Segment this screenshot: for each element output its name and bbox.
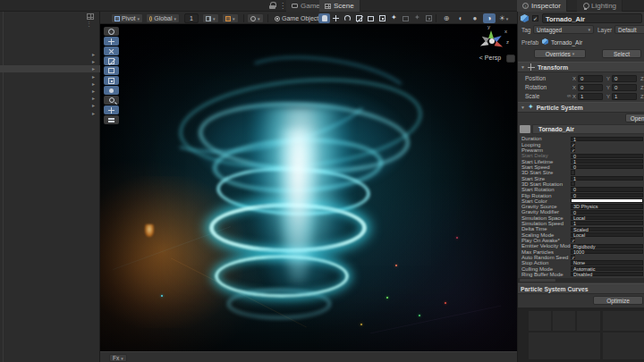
chevron-right-icon[interactable]: ▸ — [92, 73, 95, 80]
link-icon[interactable]: ∞ — [567, 93, 571, 98]
list-item[interactable]: ▸ — [0, 88, 100, 95]
property-dropdown[interactable]: Rigidbody — [571, 244, 643, 248]
particle-edit-tool-button[interactable] — [388, 13, 400, 23]
optimize-button[interactable]: Optimize — [593, 296, 643, 305]
foldout-arrow-icon[interactable]: ▼ — [521, 105, 525, 110]
overrides-button[interactable]: Overrides ▾ — [534, 49, 586, 58]
chevron-right-icon[interactable]: ▸ — [92, 95, 95, 102]
custom-tool-1-button[interactable] — [400, 13, 411, 23]
scale-tool-button[interactable] — [104, 56, 119, 65]
layers-tool-button[interactable] — [104, 115, 119, 124]
property-dropdown[interactable]: None — [571, 260, 643, 265]
property-field[interactable]: 0 — [571, 193, 643, 198]
value-field[interactable]: 0 — [578, 75, 603, 82]
value-field[interactable]: 0 — [612, 75, 637, 82]
property-dropdown[interactable]: 3D Physics — [571, 204, 643, 208]
curve-cell[interactable] — [553, 311, 575, 331]
tab-inspector[interactable]: Inspector — [517, 0, 567, 12]
chevron-right-icon[interactable]: ▸ — [92, 65, 95, 72]
gizmos-dropdown-button[interactable]: ☀▾ — [497, 13, 510, 23]
scene-viewport[interactable] — [100, 24, 517, 351]
list-item[interactable]: ▸ — [0, 73, 100, 80]
custom-tool-3-button[interactable] — [423, 13, 435, 23]
property-field[interactable]: 1000 — [571, 249, 643, 254]
property-dropdown[interactable]: Local — [571, 215, 643, 220]
curve-editor-area[interactable] — [518, 307, 644, 362]
value-field[interactable]: 0 — [578, 84, 603, 91]
curve-cell[interactable] — [529, 311, 551, 331]
pivot-dropdown[interactable]: Pivot ▾ — [111, 13, 143, 23]
value-field[interactable]: 1 — [578, 93, 603, 100]
module-scrollbar[interactable] — [518, 278, 644, 282]
chevron-right-icon[interactable]: ▸ — [92, 80, 95, 88]
grid-snap-dropdown[interactable]: ▾ — [202, 13, 219, 23]
property-field[interactable]: 1 — [571, 221, 643, 225]
property-field[interactable]: 0 — [571, 154, 643, 158]
gizmo-center-ball[interactable] — [489, 38, 495, 44]
particle-module-name[interactable]: Tornado_Air — [532, 124, 644, 134]
list-item[interactable]: ▸ — [0, 58, 100, 65]
scale-tool-button[interactable] — [353, 13, 365, 23]
hand-tool-button[interactable] — [318, 13, 330, 23]
rect-tool-button[interactable] — [365, 13, 377, 23]
property-field[interactable]: 0 — [571, 210, 643, 215]
tab-lighting[interactable]: Lighting — [577, 0, 623, 12]
magnify-tool-button[interactable] — [104, 96, 119, 105]
foldout-arrow-icon[interactable]: ▼ — [521, 64, 525, 70]
active-checkbox[interactable]: ✓ — [532, 15, 538, 21]
global-dropdown[interactable]: Global ▾ — [146, 13, 180, 23]
list-item[interactable]: ▸ — [0, 51, 100, 58]
property-dropdown[interactable]: Disabled — [571, 272, 643, 276]
color-swatch[interactable] — [571, 198, 643, 203]
select-button[interactable]: Select — [602, 49, 641, 58]
scene-effects-toggle-button[interactable]: ◑ — [483, 13, 496, 23]
module-enable-box[interactable] — [520, 125, 530, 133]
transform-tool-button[interactable] — [104, 76, 119, 85]
snap-dropdown[interactable]: ▾ — [222, 13, 239, 23]
property-field[interactable]: 1 — [571, 137, 643, 141]
property-field[interactable]: 1 — [571, 176, 643, 181]
property-checkbox[interactable]: ✓ — [571, 238, 575, 242]
move-tool-button[interactable] — [104, 37, 119, 46]
curve-cell[interactable] — [529, 333, 600, 359]
property-dropdown[interactable]: Scaled — [571, 227, 643, 232]
list-item[interactable]: ▸ — [0, 80, 100, 88]
property-checkbox[interactable]: ✓ — [571, 255, 575, 259]
value-field[interactable]: 0 — [612, 84, 637, 91]
panel-kebab-icon[interactable]: ⋮ — [86, 21, 92, 28]
rotate-tool-button[interactable] — [342, 13, 353, 23]
property-field[interactable]: 0 — [571, 164, 643, 169]
curve-cell[interactable] — [577, 311, 600, 331]
kebab-menu-icon[interactable]: ⋮ — [279, 0, 286, 12]
property-checkbox[interactable]: ✓ — [571, 147, 575, 152]
gizmo-menu-button[interactable] — [506, 55, 515, 63]
perspective-label[interactable]: < Persp — [472, 55, 508, 61]
custom-move-tool-button[interactable] — [104, 105, 119, 114]
scene-orientation-gizmo[interactable]: y x z — [472, 27, 513, 57]
list-item[interactable]: ▸ — [0, 110, 100, 117]
object-name-field[interactable]: Tornado_Air — [542, 13, 642, 23]
tag-dropdown[interactable]: Untagged ▾ — [533, 25, 594, 34]
value-field[interactable]: 1 — [612, 93, 637, 100]
chevron-right-icon[interactable]: ▸ — [92, 88, 95, 95]
property-checkbox[interactable] — [571, 181, 575, 186]
rotate-tool-button[interactable] — [104, 46, 119, 55]
property-field[interactable]: 1 — [571, 159, 643, 164]
move-tool-button[interactable] — [330, 13, 342, 23]
fx-dropdown[interactable]: ▾ — [247, 13, 264, 23]
curve-cell[interactable] — [603, 311, 644, 331]
fx-button[interactable]: Fx ▾ — [109, 354, 127, 362]
transform-tool-button[interactable] — [377, 13, 388, 23]
view-tool-button[interactable] — [104, 27, 119, 36]
scene-lighting-toggle-button[interactable]: ◐ — [454, 13, 467, 23]
property-checkbox[interactable] — [571, 170, 575, 174]
curves-header[interactable]: Particle System Curves — [518, 283, 644, 294]
custom-tool-2-button[interactable] — [411, 13, 423, 23]
grid-size-field[interactable]: 1 — [184, 13, 199, 23]
property-dropdown[interactable]: Local — [571, 232, 643, 237]
rect-tool-button[interactable] — [104, 66, 119, 75]
chevron-right-icon[interactable]: ▸ — [92, 102, 95, 109]
scene-audio-toggle-button[interactable]: ● — [469, 13, 481, 23]
chevron-right-icon[interactable]: ▸ — [92, 58, 95, 65]
sphere-brush-tool-button[interactable] — [104, 86, 119, 95]
